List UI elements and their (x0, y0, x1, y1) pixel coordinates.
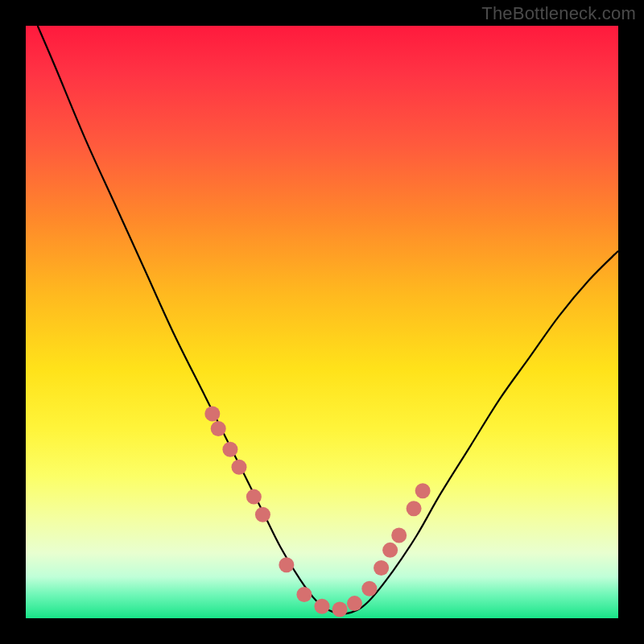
marker-dot (279, 557, 294, 572)
bottleneck-curve (38, 26, 618, 614)
marker-dot (407, 501, 422, 516)
marker-dot (361, 581, 377, 597)
marker-dot (374, 560, 389, 576)
marker-dot (222, 442, 237, 457)
chart-frame: TheBottleneck.com (0, 0, 644, 644)
marker-dots (204, 407, 430, 617)
chart-svg (26, 26, 618, 618)
marker-dot (315, 599, 330, 614)
marker-dot (391, 527, 407, 543)
marker-dot (332, 601, 348, 617)
marker-dot (415, 483, 431, 498)
watermark-text: TheBottleneck.com (481, 3, 636, 24)
marker-dot (204, 407, 220, 422)
marker-dot (296, 587, 312, 602)
marker-dot (211, 421, 226, 436)
marker-dot (246, 489, 262, 505)
marker-dot (231, 460, 246, 475)
marker-dot (382, 543, 398, 558)
marker-dot (255, 507, 270, 522)
marker-dot (347, 596, 362, 611)
plot-area (26, 26, 618, 618)
